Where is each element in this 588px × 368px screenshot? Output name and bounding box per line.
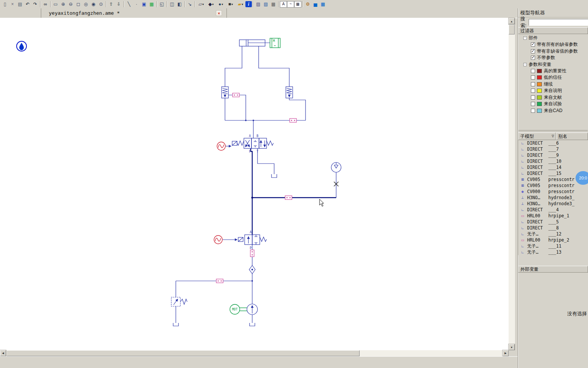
toolbar-icon-post-image[interactable]: ▨ — [254, 1, 262, 8]
toolbar-icon-text-item[interactable]: A — [280, 1, 287, 8]
signal-source-2[interactable] — [214, 235, 237, 244]
submodel-table-row[interactable]: ∟ DIRECT ___10 — [518, 158, 588, 164]
hydraulic-pipe-hrpipe[interactable] — [233, 93, 239, 97]
submodel-table-row[interactable]: ∟ 无子… ___13 — [518, 249, 588, 255]
document-tab[interactable]: yeyaxitongfangzhen.ame * × — [41, 8, 227, 18]
hydraulic-pipe-hrpipe[interactable] — [216, 279, 223, 283]
filter-checkbox[interactable] — [531, 102, 535, 106]
hydraulic-cylinder[interactable] — [239, 40, 270, 46]
submodel-table-row[interactable]: ⊥ H3NO… hydrnode3_ — [518, 195, 588, 201]
signal-source-1[interactable] — [217, 142, 231, 150]
toolbar-icon-post-chart[interactable]: ▧ — [262, 1, 270, 8]
submodel-table-row[interactable]: ∟ DIRECT ___6 — [518, 140, 588, 146]
toolbar-icon-plot-manager[interactable]: ▅ — [312, 1, 319, 8]
toolbar-icon-post-settings[interactable]: ▩ — [270, 1, 277, 8]
toolbar-icon-parameter-mode[interactable]: ● — [216, 1, 226, 8]
main-pressure-line[interactable] — [251, 148, 336, 235]
submodel-table-row[interactable]: ◆ CV000 presscontr — [518, 189, 588, 195]
collapse-icon[interactable] — [523, 63, 527, 66]
directional-valve[interactable]: A B P T — [232, 134, 273, 153]
scroll-up-button[interactable]: ▲ — [509, 18, 515, 24]
submodel-table-row[interactable]: ⊞ CV005 presscontr — [518, 182, 588, 189]
tank-symbol[interactable] — [173, 323, 178, 326]
toolbar-icon-undo[interactable]: ↶ — [24, 1, 31, 8]
tank-symbol[interactable] — [272, 174, 277, 178]
close-tab-button[interactable]: × — [216, 10, 222, 16]
mass-block[interactable]: M ↔ — [270, 38, 280, 48]
submodel-table-row[interactable]: ∟ DIRECT ___8 — [518, 225, 588, 231]
collapse-icon[interactable] — [523, 36, 527, 40]
check-valve[interactable] — [249, 265, 255, 274]
toolbar-icon-zoom-out[interactable]: ⊖ — [67, 1, 74, 8]
filter-checkbox[interactable] — [531, 69, 535, 73]
toolbar-icon-window-split-v[interactable]: ◧ — [176, 1, 183, 8]
toolbar-icon-app-designer[interactable]: ⚙ — [304, 1, 312, 8]
filter-checkbox[interactable] — [531, 75, 535, 80]
sort-filter-icon[interactable]: ∇ — [552, 133, 554, 140]
relief-valve-left[interactable] — [222, 87, 228, 98]
toolbar-icon-report[interactable]: ▣ — [140, 1, 148, 8]
filter-checkbox[interactable] — [531, 89, 535, 93]
junction-node[interactable] — [251, 197, 253, 199]
filter-group-components[interactable]: 部件 — [518, 35, 588, 41]
column-header-submodel[interactable]: 子模型 ∇ — [518, 133, 556, 140]
filter-checkbox[interactable] — [531, 49, 535, 53]
filter-checkbox[interactable] — [531, 109, 535, 113]
toolbar-icon-zoom-page[interactable]: ▭ — [52, 1, 59, 8]
horizontal-scroll-thumb[interactable] — [6, 350, 360, 356]
toolbar-icon-line-tool[interactable]: ╲ — [125, 1, 133, 8]
column-header-alias[interactable]: 别名 — [556, 133, 588, 140]
junction-node[interactable] — [253, 120, 254, 121]
toolbar-icon-export[interactable]: ↘ — [186, 1, 194, 8]
electric-motor[interactable]: MOT — [230, 304, 247, 314]
scroll-down-button[interactable]: ▼ — [509, 344, 515, 350]
pilot-relief-valve[interactable] — [171, 297, 187, 306]
submodel-table-row[interactable]: ∟ DIRECT ___9 — [518, 152, 588, 158]
submodel-table-row[interactable]: ∟ 无子… ___11 — [518, 243, 588, 249]
toolbar-icon-zoom-fit[interactable]: ◎ — [82, 1, 90, 8]
toolbar-icon-zoom-previous[interactable]: ◉ — [90, 1, 97, 8]
filter-checkbox[interactable] — [531, 42, 535, 47]
toolbar-icon-cut[interactable]: × — [9, 1, 16, 8]
toolbar-icon-table-item[interactable]: ▦ — [294, 1, 301, 8]
toolbar-icon-sketch-mode[interactable]: ▱ — [196, 1, 206, 8]
canvas-vertical-scrollbar[interactable]: ▲ ▼ — [509, 18, 515, 350]
accumulator[interactable] — [331, 162, 341, 172]
junction-node[interactable] — [251, 280, 253, 282]
canvas-horizontal-scrollbar[interactable]: ◀ ▶ — [0, 350, 509, 356]
filter-checkbox[interactable] — [531, 82, 535, 86]
hydraulic-pipe-hrpipe-1[interactable] — [285, 196, 292, 200]
toolbar-icon-batch-mode[interactable]: ▰ — [236, 1, 245, 8]
submodel-table-row[interactable]: ⊥ H3NO… hydrnode3_ — [518, 201, 588, 207]
hydraulic-pipe-hrpipe-2[interactable] — [250, 250, 254, 257]
submodel-table-row[interactable]: ∟ 无子… ___12 — [518, 231, 588, 237]
junction-node[interactable] — [245, 120, 247, 121]
toolbar-icon-run-mode[interactable]: ■ — [226, 1, 236, 8]
toolbar-icon-help[interactable]: i — [245, 1, 252, 7]
submodel-table-row[interactable]: ▭ HRL00 hrpipe_2 — [518, 237, 588, 243]
toolbar-icon-find[interactable]: ∞ — [42, 1, 49, 8]
filter-group-parameters[interactable]: 参数和变量 — [518, 61, 588, 68]
toolbar-icon-submodel-mode[interactable]: ◆ — [206, 1, 216, 8]
toolbar-icon-move-down[interactable]: ⇩ — [115, 1, 123, 8]
submodel-table-row[interactable]: ∟ DIRECT ___7 — [518, 146, 588, 152]
hydraulic-pipe-hrpipe[interactable] — [290, 119, 296, 122]
submodel-table-row[interactable]: ∟ DIRECT ___14 — [518, 164, 588, 170]
toolbar-icon-image[interactable]: ▦ — [148, 1, 155, 8]
relief-valve-right[interactable] — [286, 87, 293, 98]
panel-splitter[interactable] — [518, 129, 588, 133]
toolbar-icon-window-split-h[interactable]: ◫ — [168, 1, 176, 8]
scroll-right-button[interactable]: ▶ — [503, 350, 509, 356]
submodel-table-row[interactable]: ▭ HRL00 hrpipe_1 — [518, 213, 588, 219]
hydraulic-pump[interactable] — [247, 304, 258, 315]
submodel-table-row[interactable]: ∟ DIRECT ___4 — [518, 207, 588, 213]
toolbar-icon-new[interactable]: ▯ — [1, 1, 9, 8]
submodel-table-row[interactable]: ∟ DIRECT ___5 — [518, 219, 588, 225]
tank-symbol[interactable] — [250, 323, 255, 326]
toolbar-icon-zoom-window[interactable]: ◻ — [74, 1, 82, 8]
toolbar-icon-preview[interactable]: ◱ — [158, 1, 166, 8]
search-input[interactable] — [529, 19, 588, 26]
toolbar-icon-zoom-selection[interactable]: ⊙ — [97, 1, 105, 8]
toolbar-icon-point-tool[interactable]: · — [133, 1, 140, 8]
toolbar-icon-zoom-in[interactable]: ⊕ — [59, 1, 67, 8]
